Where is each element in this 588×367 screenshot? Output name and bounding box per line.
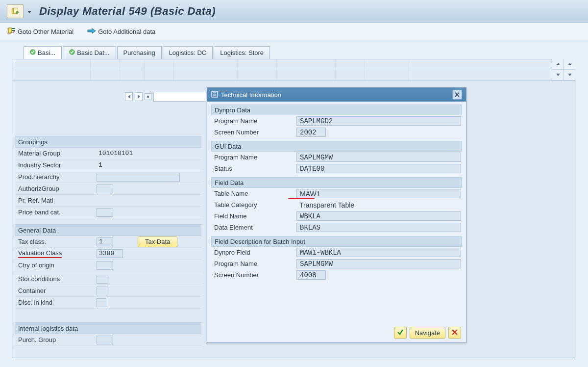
gui-status-value: DATE00 bbox=[296, 164, 461, 173]
dialog-titlebar: Technical Information bbox=[207, 88, 466, 102]
dialog-icon bbox=[211, 91, 218, 99]
dynpro-program-name-value: SAPLMGD2 bbox=[296, 116, 461, 126]
content-area: Basi... Basic Dat... Purchasing Logistic… bbox=[0, 41, 588, 367]
industry-sector-label: Industry Sector bbox=[18, 161, 97, 169]
scroll-up-button-2[interactable] bbox=[564, 59, 575, 70]
pager-field[interactable] bbox=[153, 92, 206, 102]
prod-hierarchy-field[interactable] bbox=[97, 173, 180, 182]
dynpro-screen-number-value: 2002 bbox=[296, 128, 326, 137]
arrow-right-icon bbox=[87, 27, 96, 36]
groupings-box: Groupings Material Group 101010101 Indus… bbox=[15, 136, 201, 218]
field-data-element-value: BKLAS bbox=[296, 223, 461, 232]
tab-purchasing[interactable]: Purchasing bbox=[117, 46, 162, 59]
lbl: Program Name bbox=[214, 154, 296, 161]
dialog-body: Dynpro Data Program NameSAPLMGD2 Screen … bbox=[207, 102, 466, 281]
navigate-button[interactable]: Navigate bbox=[410, 327, 445, 339]
price-band-cat-label: Price band cat. bbox=[18, 209, 97, 216]
dialog-close-button[interactable] bbox=[452, 90, 462, 100]
authoriz-group-label: AuthorizGroup bbox=[18, 185, 97, 192]
tab-label: Purchasing bbox=[123, 49, 155, 56]
triangle-right-icon bbox=[138, 95, 140, 99]
goto-other-label: Goto Other Material bbox=[18, 28, 74, 35]
material-group-label: Material Group bbox=[18, 150, 97, 157]
gui-data-title: GUI Data bbox=[211, 141, 462, 152]
dialog-footer: Navigate bbox=[394, 327, 461, 339]
batch-input-title: Field Description for Batch Input bbox=[211, 236, 462, 247]
pager-prev-button[interactable] bbox=[125, 92, 133, 101]
toolbar: Goto Other Material Goto Additional data bbox=[0, 23, 588, 41]
tab-label: Basic Dat... bbox=[77, 49, 109, 56]
tax-class-label: Tax class. bbox=[18, 238, 97, 245]
tax-class-field[interactable]: 1 bbox=[97, 237, 113, 246]
pager bbox=[125, 92, 206, 102]
batch-screen-number-value: 4008 bbox=[296, 270, 326, 280]
pager-detail-button[interactable] bbox=[145, 93, 151, 100]
tab-logistics-store[interactable]: Logistics: Store bbox=[214, 46, 270, 59]
tax-data-button-label: Tax Data bbox=[145, 238, 170, 245]
purch-group-field[interactable] bbox=[97, 336, 113, 344]
titlebar: Display Material 549 (Basic Data) bbox=[0, 0, 588, 23]
ctry-of-origin-field[interactable] bbox=[97, 261, 113, 270]
disc-in-kind-checkbox[interactable] bbox=[97, 298, 106, 307]
cancel-button[interactable] bbox=[448, 327, 461, 339]
triangle-down-icon bbox=[568, 74, 572, 76]
scroll-down-button[interactable] bbox=[552, 70, 564, 80]
grid-header-row-1 bbox=[12, 59, 575, 70]
scroll-up-button[interactable] bbox=[552, 59, 564, 70]
menu-dropdown-icon[interactable] bbox=[27, 11, 31, 13]
dialog-title: Technical Information bbox=[221, 91, 281, 99]
dynpro-data-title: Dynpro Data bbox=[211, 105, 462, 115]
disc-in-kind-label: Disc. in kind bbox=[18, 299, 97, 306]
ctry-of-origin-label: Ctry of origin bbox=[18, 262, 97, 269]
check-icon bbox=[30, 49, 36, 56]
purch-group-label: Purch. Group bbox=[18, 336, 97, 343]
triangle-up-icon bbox=[568, 63, 572, 65]
goto-additional-data-button[interactable]: Goto Additional data bbox=[87, 27, 155, 36]
general-data-box: General Data Tax class. 1 Tax Data Valua… bbox=[15, 224, 201, 309]
lbl: Screen Number bbox=[214, 129, 296, 136]
gui-program-name-value: SAPLMGMW bbox=[296, 153, 461, 162]
navigate-button-label: Navigate bbox=[415, 329, 440, 337]
svg-rect-4 bbox=[8, 28, 12, 33]
valuation-class-field[interactable]: 3300 bbox=[97, 249, 123, 258]
tab-label: Logistics: DC bbox=[169, 49, 207, 56]
authoriz-group-field[interactable] bbox=[97, 184, 113, 193]
goto-other-icon bbox=[7, 27, 16, 36]
page-title: Display Material 549 (Basic Data) bbox=[39, 5, 216, 18]
lbl: Dynpro Field bbox=[214, 249, 296, 256]
container-field[interactable] bbox=[97, 287, 108, 295]
lbl: Table Name bbox=[214, 190, 296, 197]
check-icon bbox=[397, 329, 404, 337]
svg-point-2 bbox=[16, 11, 19, 14]
close-icon bbox=[455, 91, 460, 99]
tax-data-button[interactable]: Tax Data bbox=[138, 236, 177, 247]
price-band-cat-field[interactable] bbox=[97, 208, 113, 217]
app-icon[interactable] bbox=[7, 4, 24, 18]
container-label: Container bbox=[18, 287, 97, 294]
stor-conditions-field[interactable] bbox=[97, 275, 108, 284]
lbl: Program Name bbox=[214, 117, 296, 125]
internal-logistics-box: Internal logistics data Purch. Group bbox=[15, 322, 201, 346]
triangle-down-icon bbox=[556, 74, 560, 76]
grid-header-row-2 bbox=[12, 70, 575, 81]
batch-program-name-value: SAPLMGMW bbox=[296, 259, 461, 268]
triangle-left-icon bbox=[128, 95, 130, 99]
tab-logistics-dc[interactable]: Logistics: DC bbox=[163, 46, 213, 59]
tab-body: Groupings Material Group 101010101 Indus… bbox=[12, 59, 575, 358]
tab-label: Logistics: Store bbox=[220, 49, 264, 56]
lbl: Screen Number bbox=[214, 271, 296, 279]
highlight-underline bbox=[288, 198, 315, 200]
tab-basic-2[interactable]: Basic Dat... bbox=[63, 46, 116, 59]
scroll-down-button-2[interactable] bbox=[564, 70, 575, 80]
goto-other-material-button[interactable]: Goto Other Material bbox=[7, 27, 74, 36]
pager-next-button[interactable] bbox=[135, 92, 143, 101]
confirm-button[interactable] bbox=[394, 327, 407, 339]
batch-dynpro-field-value: MAW1-WBKLA bbox=[296, 248, 461, 257]
triangle-up-icon bbox=[556, 63, 560, 65]
tabstrip: Basi... Basic Dat... Purchasing Logistic… bbox=[24, 46, 588, 59]
tab-basic-1[interactable]: Basi... bbox=[24, 46, 62, 59]
valuation-class-label: Valuation Class bbox=[18, 249, 97, 258]
lbl: Table Category bbox=[214, 201, 296, 209]
lbl: Field Name bbox=[214, 212, 296, 220]
check-icon bbox=[69, 49, 75, 56]
